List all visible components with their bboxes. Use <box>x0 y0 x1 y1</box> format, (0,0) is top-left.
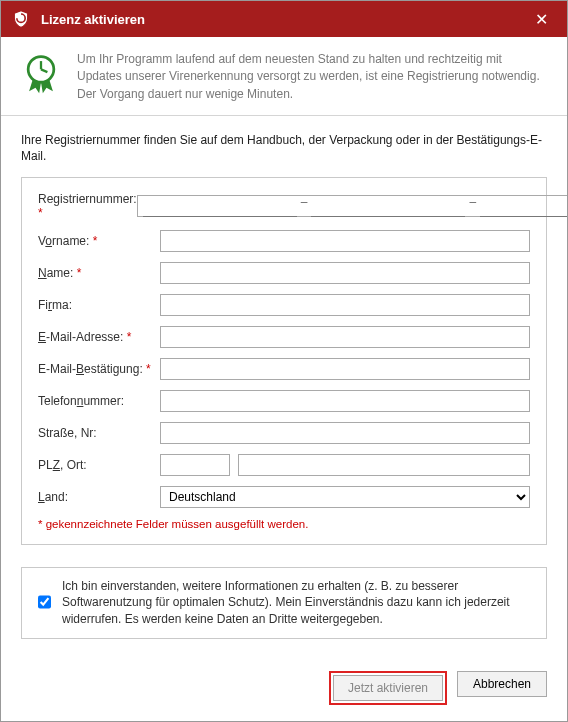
titlebar: Lizenz aktivieren ✕ <box>1 1 567 37</box>
email-confirm-input[interactable] <box>160 358 530 380</box>
plz-input[interactable] <box>160 454 230 476</box>
row-firma: Firma: <box>38 294 530 316</box>
row-email-confirm: E-Mail-Bestätigung: * <box>38 358 530 380</box>
lead-text: Ihre Registriernummer finden Sie auf dem… <box>21 132 547 164</box>
form-body: Ihre Registriernummer finden Sie auf dem… <box>1 116 567 661</box>
intro-text: Um Ihr Programm laufend auf dem neuesten… <box>77 51 549 103</box>
regnum-part-2[interactable] <box>311 195 465 217</box>
consent-checkbox[interactable] <box>38 579 51 625</box>
window-title: Lizenz aktivieren <box>41 12 523 27</box>
email-input[interactable] <box>160 326 530 348</box>
regnum-part-1[interactable] <box>143 195 297 217</box>
tel-input[interactable] <box>160 390 530 412</box>
firma-input[interactable] <box>160 294 530 316</box>
vorname-input[interactable] <box>160 230 530 252</box>
name-input[interactable] <box>160 262 530 284</box>
ort-input[interactable] <box>238 454 530 476</box>
app-shield-icon <box>11 9 31 29</box>
activate-highlight: Jetzt aktivieren <box>329 671 447 705</box>
row-land: Land: Deutschland <box>38 486 530 508</box>
close-button[interactable]: ✕ <box>523 1 559 37</box>
consent-panel: Ich bin einverstanden, weitere Informati… <box>21 567 547 639</box>
regnum-part-3[interactable] <box>480 195 567 217</box>
row-regnum: Registriernummer: * – – – – <box>38 192 530 220</box>
activate-button[interactable]: Jetzt aktivieren <box>333 675 443 701</box>
row-email: E-Mail-Adresse: * <box>38 326 530 348</box>
row-tel: Telefonnummer: <box>38 390 530 412</box>
row-plz-ort: PLZ, Ort: <box>38 454 530 476</box>
cancel-button[interactable]: Abbrechen <box>457 671 547 697</box>
intro-banner: Um Ihr Programm laufend auf dem neuesten… <box>1 37 567 116</box>
row-name: Name: * <box>38 262 530 284</box>
ribbon-clock-icon <box>19 51 63 95</box>
row-strasse: Straße, Nr: <box>38 422 530 444</box>
land-select[interactable]: Deutschland <box>160 486 530 508</box>
dialog-window: Lizenz aktivieren ✕ Um Ihr Programm lauf… <box>0 0 568 722</box>
regnum-group: – – – – <box>137 195 567 217</box>
row-vorname: Vorname: * <box>38 230 530 252</box>
strasse-input[interactable] <box>160 422 530 444</box>
required-note: * gekennzeichnete Felder müssen ausgefül… <box>38 518 530 530</box>
form-panel: Registriernummer: * – – – – <box>21 177 547 545</box>
consent-text: Ich bin einverstanden, weitere Informati… <box>62 578 534 628</box>
close-icon: ✕ <box>535 10 548 29</box>
footer: Jetzt aktivieren Abbrechen <box>1 661 567 721</box>
